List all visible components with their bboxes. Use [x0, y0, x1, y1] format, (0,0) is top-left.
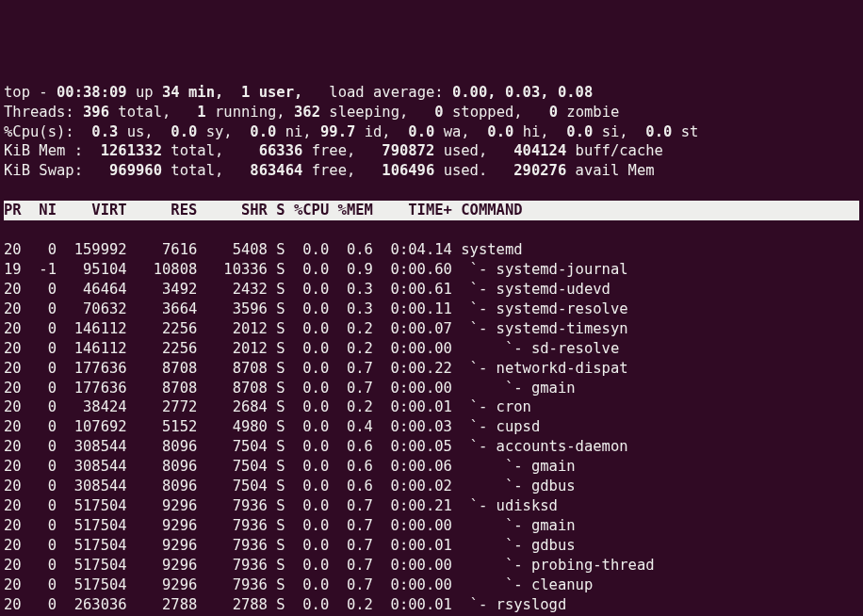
- process-row: 20 0 159992 7616 5408 S 0.0 0.6 0:04.14 …: [4, 240, 859, 260]
- process-row: 20 0 308544 8096 7504 S 0.0 0.6 0:00.06 …: [4, 457, 859, 477]
- clock-time: 00:38:09: [57, 84, 127, 101]
- load-average: 0.00, 0.03, 0.08: [452, 84, 593, 101]
- process-row: 20 0 263036 2788 2788 S 0.0 0.2 0:00.01 …: [4, 595, 859, 615]
- process-row: 20 0 146112 2256 2012 S 0.0 0.2 0:00.00 …: [4, 339, 859, 359]
- process-row: 20 0 70632 3664 3596 S 0.0 0.3 0:00.11 `…: [4, 300, 859, 319]
- process-row: 20 0 107692 5152 4980 S 0.0 0.4 0:00.03 …: [4, 417, 859, 437]
- process-row: 20 0 517504 9296 7936 S 0.0 0.7 0:00.00 …: [4, 575, 859, 595]
- summary-threads: Threads: 396 total, 1 running, 362 sleep…: [4, 103, 859, 122]
- summary-swap: KiB Swap: 969960 total, 863464 free, 106…: [4, 161, 859, 181]
- process-row: 19 -1 95104 10808 10336 S 0.0 0.9 0:00.6…: [4, 260, 859, 280]
- process-row: 20 0 308544 8096 7504 S 0.0 0.6 0:00.02 …: [4, 477, 859, 496]
- process-row: 20 0 46464 3492 2432 S 0.0 0.3 0:00.61 `…: [4, 280, 859, 300]
- process-row: 20 0 177636 8708 8708 S 0.0 0.7 0:00.22 …: [4, 359, 859, 379]
- process-row: 20 0 177636 8708 8708 S 0.0 0.7 0:00.00 …: [4, 379, 859, 398]
- process-table-header: PR NI VIRT RES SHR S %CPU %MEM TIME+ COM…: [4, 201, 859, 220]
- process-row: 20 0 517504 9296 7936 S 0.0 0.7 0:00.21 …: [4, 496, 859, 516]
- summary-uptime: top - 00:38:09 up 34 min, 1 user, load a…: [4, 83, 859, 103]
- summary-mem: KiB Mem : 1261332 total, 66336 free, 790…: [4, 141, 859, 161]
- process-row: 20 0 517504 9296 7936 S 0.0 0.7 0:00.00 …: [4, 556, 859, 575]
- process-row: 20 0 146112 2256 2012 S 0.0 0.2 0:00.07 …: [4, 319, 859, 339]
- summary-cpu: %Cpu(s): 0.3 us, 0.0 sy, 0.0 ni, 99.7 id…: [4, 122, 859, 142]
- process-row: 20 0 517504 9296 7936 S 0.0 0.7 0:00.00 …: [4, 516, 859, 536]
- process-row: 20 0 517504 9296 7936 S 0.0 0.7 0:00.01 …: [4, 536, 859, 556]
- process-row: 20 0 308544 8096 7504 S 0.0 0.6 0:00.05 …: [4, 437, 859, 457]
- process-row: 20 0 38424 2772 2684 S 0.0 0.2 0:00.01 `…: [4, 397, 859, 417]
- terminal-output: top - 00:38:09 up 34 min, 1 user, load a…: [4, 83, 859, 616]
- uptime: 34 min,: [162, 84, 223, 101]
- user-count: 1 user,: [241, 84, 302, 101]
